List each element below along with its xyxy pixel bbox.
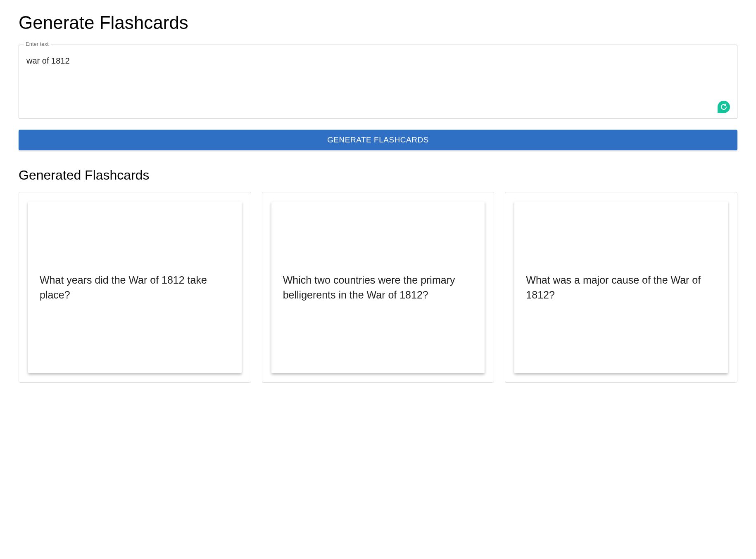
flashcards-grid: What years did the War of 1812 take plac… xyxy=(19,192,737,383)
generate-flashcards-button[interactable]: Generate Flashcards xyxy=(19,130,737,150)
flashcard-inner: Which two countries were the primary bel… xyxy=(271,201,485,373)
flashcard-question: What was a major cause of the War of 181… xyxy=(526,272,716,303)
grammarly-icon[interactable] xyxy=(718,101,730,113)
page-title: Generate Flashcards xyxy=(19,12,737,33)
flashcard-question: What years did the War of 1812 take plac… xyxy=(40,272,230,303)
text-input[interactable] xyxy=(19,45,737,119)
flashcard[interactable]: What years did the War of 1812 take plac… xyxy=(19,192,251,383)
flashcard-question: Which two countries were the primary bel… xyxy=(283,272,473,303)
flashcard[interactable]: Which two countries were the primary bel… xyxy=(262,192,494,383)
text-input-wrapper: Enter text xyxy=(19,45,737,121)
text-input-label: Enter text xyxy=(24,41,51,47)
flashcard-inner: What years did the War of 1812 take plac… xyxy=(28,201,242,373)
flashcard-inner: What was a major cause of the War of 181… xyxy=(514,201,728,373)
results-title: Generated Flashcards xyxy=(19,168,737,183)
flashcard[interactable]: What was a major cause of the War of 181… xyxy=(505,192,737,383)
